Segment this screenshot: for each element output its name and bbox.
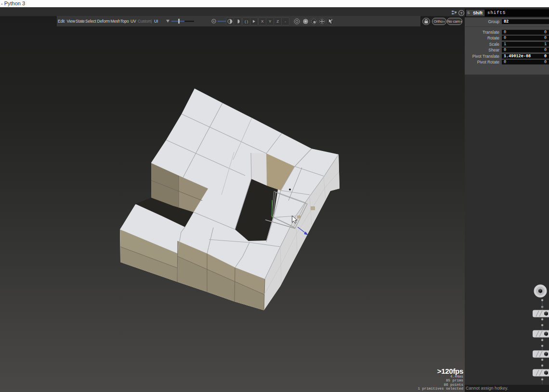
- svg-text:?: ?: [460, 11, 463, 15]
